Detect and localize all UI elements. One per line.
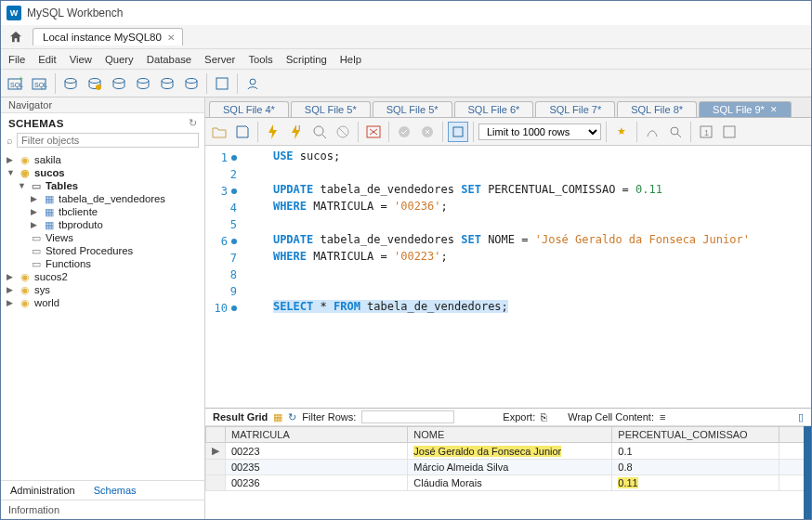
find-icon[interactable]: [665, 122, 686, 142]
tab-administration[interactable]: Administration: [1, 481, 85, 500]
tab-sql-file-5b[interactable]: SQL File 5*: [373, 101, 452, 117]
tab-sql-file-4[interactable]: SQL File 4*: [209, 101, 289, 117]
explain-icon[interactable]: [309, 122, 330, 142]
open-sql-icon[interactable]: SQL: [29, 72, 51, 95]
filter-objects-input[interactable]: [17, 133, 199, 148]
folder-icon: ▭: [30, 180, 43, 191]
schema-sys[interactable]: sys: [34, 284, 50, 295]
code-area[interactable]: USE sucos; UPDATE tabela_de_vendedores S…: [241, 146, 811, 408]
pin-icon[interactable]: ▯: [798, 411, 804, 423]
cell-percentual[interactable]: 0.1: [612, 443, 779, 460]
stored-procedures-folder[interactable]: Stored Procedures: [46, 245, 133, 256]
table-tbcliente[interactable]: tbcliente: [59, 206, 98, 217]
menu-help[interactable]: Help: [340, 54, 361, 65]
menu-view[interactable]: View: [70, 54, 92, 65]
menu-scripting[interactable]: Scripting: [286, 54, 327, 65]
close-icon[interactable]: ✕: [770, 105, 778, 114]
schema-world[interactable]: world: [34, 297, 59, 308]
tab-sql-file-7[interactable]: SQL File 7*: [535, 101, 615, 117]
menu-query[interactable]: Query: [105, 54, 134, 65]
refresh-icon[interactable]: ↻: [189, 117, 197, 129]
grid-view-icon[interactable]: ▦: [273, 411, 282, 423]
db-admin-icon[interactable]: [180, 72, 203, 95]
col-percentual-comissao[interactable]: PERCENTUAL_COMISSAO: [612, 427, 779, 443]
views-folder[interactable]: Views: [46, 232, 73, 243]
cell-nome[interactable]: Márcio Almeida Silva: [408, 460, 612, 475]
db-new-icon[interactable]: [59, 72, 82, 95]
expand-icon[interactable]: ▶: [7, 272, 16, 281]
cell-matricula[interactable]: 00236: [226, 475, 408, 491]
open-file-icon[interactable]: [209, 122, 229, 142]
table-row[interactable]: ▶ 00223 José Geraldo da Fonseca Junior 0…: [206, 443, 811, 460]
cell-percentual[interactable]: 0.11: [612, 475, 779, 491]
db-sync-icon[interactable]: [156, 72, 178, 95]
separator: [55, 73, 56, 94]
expand-icon[interactable]: ▶: [7, 285, 16, 294]
cell-nome[interactable]: Cláudia Morais: [408, 475, 612, 491]
tab-schemas[interactable]: Schemas: [85, 481, 146, 500]
row-limit-select[interactable]: Limit to 1000 rows: [478, 124, 601, 140]
model-icon[interactable]: [211, 72, 233, 95]
expand-icon[interactable]: ▶: [7, 298, 16, 307]
new-sql-tab-icon[interactable]: SQL+: [5, 72, 27, 95]
commit-icon[interactable]: [394, 122, 414, 142]
user-admin-icon[interactable]: [242, 72, 264, 95]
cell-percentual[interactable]: 0.8: [612, 460, 779, 475]
wrap-toggle-icon[interactable]: ≡: [660, 411, 665, 422]
functions-folder[interactable]: Functions: [46, 258, 91, 269]
expand-icon[interactable]: ▶: [31, 220, 40, 229]
toggle-2-icon[interactable]: [719, 122, 740, 142]
table-row[interactable]: 00235 Márcio Almeida Silva 0.8: [206, 460, 811, 475]
menu-tools[interactable]: Tools: [248, 54, 272, 65]
filter-rows-input[interactable]: [361, 410, 454, 423]
expand-icon[interactable]: ▶: [31, 207, 40, 216]
tab-sql-file-9[interactable]: SQL File 9*✕: [699, 101, 792, 117]
sql-editor[interactable]: 1 2 3 4 5 6 7 8 9 10 USE sucos; UPDATE t…: [205, 146, 811, 408]
expand-icon[interactable]: ▶: [31, 194, 40, 203]
star-icon[interactable]: ★: [611, 122, 632, 142]
toggle-1-icon[interactable]: 1: [696, 122, 716, 142]
menu-file[interactable]: File: [8, 54, 25, 65]
rollback-icon[interactable]: [417, 122, 438, 142]
execute-icon[interactable]: [263, 122, 283, 142]
table-tbproduto[interactable]: tbproduto: [59, 219, 103, 230]
tab-sql-file-6[interactable]: SQL File 6*: [454, 101, 534, 117]
home-icon[interactable]: [7, 28, 25, 46]
schema-sucos2[interactable]: sucos2: [34, 271, 68, 282]
cell-matricula[interactable]: 00223: [226, 443, 408, 460]
close-icon[interactable]: ✕: [167, 32, 175, 43]
db-connect-icon[interactable]: [84, 72, 106, 95]
stop-icon[interactable]: [333, 122, 353, 142]
cell-nome[interactable]: José Geraldo da Fonseca Junior: [408, 443, 612, 460]
col-nome[interactable]: NOME: [408, 427, 612, 443]
connection-tab[interactable]: Local instance MySQL80 ✕: [33, 28, 183, 46]
expand-icon[interactable]: ▶: [7, 155, 16, 164]
collapse-icon[interactable]: ▼: [18, 181, 27, 190]
tab-sql-file-8[interactable]: SQL File 8*: [617, 101, 697, 117]
col-matricula[interactable]: MATRICULA: [226, 427, 408, 443]
db-inspect-icon[interactable]: [108, 72, 130, 95]
table-tabela-de-vendedores[interactable]: tabela_de_vendedores: [59, 193, 165, 204]
schema-sakila[interactable]: sakila: [34, 154, 61, 165]
stop-on-error-icon[interactable]: [363, 122, 384, 142]
menu-server[interactable]: Server: [204, 54, 235, 65]
result-grid[interactable]: MATRICULA NOME PERCENTUAL_COMISSAO ▶ 002…: [205, 426, 811, 519]
cell-matricula[interactable]: 00235: [226, 460, 408, 475]
table-row[interactable]: 00236 Cláudia Morais 0.11: [206, 475, 811, 491]
tab-sql-file-5[interactable]: SQL File 5*: [291, 101, 371, 117]
collapse-icon[interactable]: ▼: [7, 168, 16, 177]
export-icon[interactable]: ⎘: [541, 411, 547, 422]
db-migrate-icon[interactable]: [132, 72, 154, 95]
execute-current-icon[interactable]: I: [286, 122, 307, 142]
menu-database[interactable]: Database: [147, 54, 191, 65]
separator: [206, 73, 207, 94]
tables-folder[interactable]: Tables: [46, 180, 78, 191]
refresh-icon[interactable]: ↻: [288, 411, 296, 423]
save-icon[interactable]: [232, 122, 253, 142]
database-icon: ◉: [19, 271, 32, 282]
menu-edit[interactable]: Edit: [38, 54, 56, 65]
schema-tree[interactable]: ▶◉sakila ▼◉sucos ▼▭Tables ▶▦tabela_de_ve…: [1, 151, 204, 480]
beautify-icon[interactable]: [642, 122, 662, 142]
schema-sucos[interactable]: sucos: [34, 167, 65, 178]
autocommit-icon[interactable]: [448, 122, 468, 142]
